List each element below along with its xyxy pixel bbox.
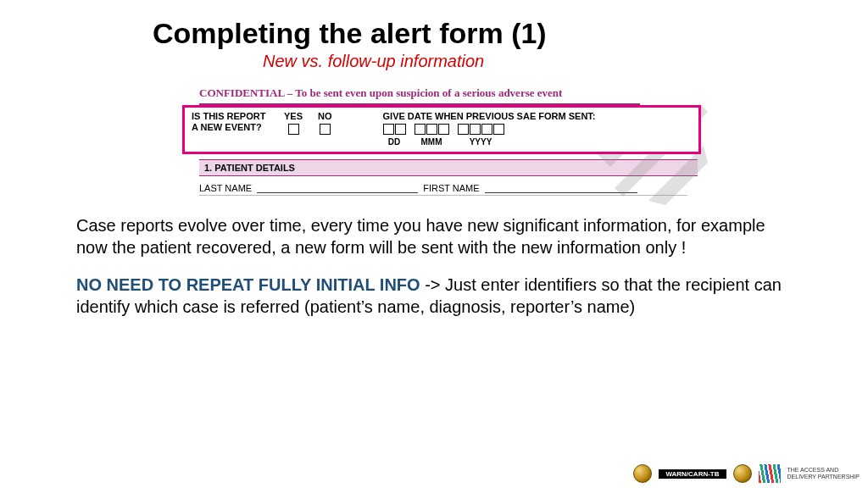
page-subtitle: New vs. follow-up information bbox=[263, 52, 868, 71]
no-checkbox[interactable] bbox=[320, 124, 331, 135]
paragraph-1: Case reports evolve over time, every tim… bbox=[76, 214, 792, 258]
form-excerpt: CONFIDENTIAL – To be sent even upon susp… bbox=[199, 86, 699, 196]
last-name-field[interactable] bbox=[257, 183, 418, 193]
patient-name-row: LAST NAME FIRST NAME bbox=[199, 183, 687, 196]
first-name-label: FIRST NAME bbox=[423, 183, 479, 193]
date-mmm-box[interactable] bbox=[438, 124, 449, 135]
warn-logo: WARN/CARN-TB bbox=[659, 469, 726, 479]
yes-checkbox[interactable] bbox=[288, 124, 299, 135]
seal-icon bbox=[633, 464, 652, 483]
date-mmm-box[interactable] bbox=[426, 124, 437, 135]
previous-date-label: GIVE DATE WHEN PREVIOUS SAE FORM SENT: bbox=[383, 111, 596, 121]
date-yyyy-box[interactable] bbox=[458, 124, 469, 135]
body-text: Case reports evolve over time, every tim… bbox=[76, 214, 792, 318]
new-event-question: IS THIS REPORT A NEW EVENT? bbox=[192, 111, 281, 132]
date-yyyy-box[interactable] bbox=[493, 124, 504, 135]
yyyy-label: YYYY bbox=[470, 137, 492, 147]
date-dd-box[interactable] bbox=[395, 124, 406, 135]
yes-label: YES bbox=[284, 111, 303, 121]
no-label: NO bbox=[318, 111, 332, 121]
footer-logos: WARN/CARN-TB THE ACCESS ANDDELIVERY PART… bbox=[633, 464, 860, 483]
date-mmm-box[interactable] bbox=[415, 124, 426, 135]
seal-icon bbox=[733, 464, 752, 483]
new-event-highlight: IS THIS REPORT A NEW EVENT? YES NO GIVE … bbox=[182, 105, 701, 154]
date-yyyy-box[interactable] bbox=[481, 124, 492, 135]
page-title: Completing the alert form (1) bbox=[153, 17, 868, 50]
partner-text: THE ACCESS ANDDELIVERY PARTNERSHIP bbox=[787, 467, 860, 480]
paragraph-2: NO NEED TO REPEAT FULLY INITIAL INFO -> … bbox=[76, 274, 792, 318]
no-repeat-emphasis: NO NEED TO REPEAT FULLY INITIAL INFO bbox=[76, 275, 420, 294]
date-yyyy-box[interactable] bbox=[470, 124, 481, 135]
first-name-field[interactable] bbox=[485, 183, 637, 193]
last-name-label: LAST NAME bbox=[199, 183, 252, 193]
dd-label: DD bbox=[388, 137, 400, 147]
stripes-icon bbox=[759, 464, 781, 483]
date-dd-box[interactable] bbox=[383, 124, 394, 135]
mmm-label: MMM bbox=[421, 137, 442, 147]
section-patient-details: 1. PATIENT DETAILS bbox=[199, 159, 698, 176]
confidential-line: CONFIDENTIAL – To be sent even upon susp… bbox=[199, 86, 699, 100]
